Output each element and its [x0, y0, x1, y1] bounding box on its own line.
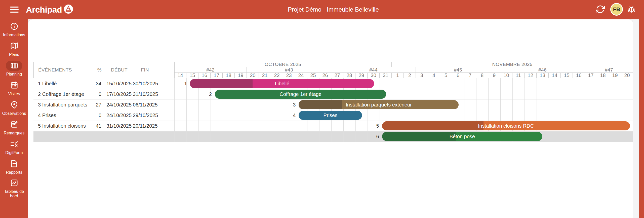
- sidebar-item-label: Observations: [2, 111, 26, 116]
- info-icon: [6, 21, 22, 31]
- table-row[interactable]: 4 Prises024/10/202529/10/2025: [33, 110, 161, 121]
- day-grid-line: [549, 78, 549, 142]
- event-pct: 34: [81, 78, 101, 89]
- event-end: 06/11/2025: [133, 99, 156, 110]
- row-separator: [33, 110, 633, 110]
- gantt-day-label: 18: [223, 73, 235, 78]
- row-separator: [33, 89, 633, 89]
- checklist-icon: [6, 139, 22, 149]
- gantt-day-label: 23: [283, 73, 295, 78]
- row-separator: [33, 99, 633, 100]
- gantt-day-label: 13: [537, 73, 549, 78]
- sidebar-item-planning[interactable]: Planning: [0, 59, 28, 78]
- sidebar-item-remarques[interactable]: Remarques: [0, 118, 28, 137]
- event-start: 17/10/2025: [106, 89, 132, 99]
- selected-row-band: [33, 131, 633, 142]
- sidebar-item-visites[interactable]: Visites: [0, 78, 28, 98]
- gantt-bar-number: 1: [177, 78, 187, 89]
- gantt-day-label: 27: [331, 73, 343, 78]
- gantt-bar-label: Installation cloisons RDC: [382, 121, 630, 130]
- right-red-strip: [639, 0, 644, 218]
- gantt-day-label: 22: [271, 73, 283, 78]
- event-name: 2 Coffrage 1er étage: [38, 89, 87, 99]
- scrollbar-gutter: [633, 19, 639, 218]
- avatar[interactable]: FB: [610, 3, 623, 16]
- gantt-bar[interactable]: Coffrage 1er étage: [215, 90, 386, 99]
- gantt-bar-label: Béton pose: [382, 132, 542, 141]
- gantt-day-label: 8: [476, 73, 488, 78]
- event-start: 24/10/2025: [106, 110, 132, 121]
- hamburger-menu-icon[interactable]: [10, 6, 19, 13]
- gantt-day-label: 3: [416, 73, 428, 78]
- sidebar-item-label: Rapports: [6, 170, 22, 175]
- gantt-week-label: #43: [247, 67, 331, 73]
- gantt-day-label: 2: [404, 73, 416, 78]
- sidebar-item-informations[interactable]: Informations: [0, 19, 28, 39]
- gantt-week-label: #42: [174, 67, 247, 73]
- col-header-pct: %: [82, 62, 102, 78]
- gantt-bar[interactable]: Béton pose: [382, 132, 542, 141]
- gantt-bar-label: Coffrage 1er étage: [215, 90, 386, 99]
- sidebar-item-label: Informations: [3, 33, 25, 37]
- event-end: 31/10/2025: [133, 89, 156, 99]
- row-separator: [33, 131, 633, 131]
- col-header-fin: FIN: [133, 62, 157, 78]
- day-grid-line: [174, 78, 175, 142]
- gantt-bar[interactable]: Installation cloisons RDC: [382, 121, 630, 130]
- gantt-day-label: 16: [198, 73, 211, 78]
- gantt-day-label: 14: [549, 73, 561, 78]
- gantt-week-label: #45: [416, 67, 500, 73]
- gantt-day-label: 28: [343, 73, 355, 78]
- table-row[interactable]: 5 Installation cloisons RDC4131/10/20252…: [33, 121, 161, 131]
- gantt-day-label: 17: [211, 73, 223, 78]
- table-row[interactable]: 3 Installation parquets ex...2724/10/202…: [33, 99, 161, 110]
- gantt-day-label: 31: [380, 73, 392, 78]
- sidebar-item-plans[interactable]: Plans: [0, 39, 28, 59]
- main-panel: ÉVÉNEMENTS%DÉBUTFIN1 Libellé3415/10/2025…: [28, 19, 633, 218]
- gantt-day-label: 19: [609, 73, 621, 78]
- event-pct: 0: [81, 89, 101, 99]
- note-icon: [6, 120, 22, 130]
- chart-icon: [6, 178, 22, 188]
- sidebar-item-label: Planning: [6, 72, 22, 77]
- gantt-day-label: 25: [307, 73, 319, 78]
- gantt-bar[interactable]: Prises: [299, 111, 362, 120]
- sidebar-item-tableau-de-bord[interactable]: Tableau de bord: [0, 176, 28, 200]
- gantt-bar-number: 2: [202, 89, 212, 99]
- col-header-evenements: ÉVÉNEMENTS: [38, 62, 72, 78]
- gantt-day-label: 6: [452, 73, 464, 78]
- table-row[interactable]: 1 Libellé3415/10/202530/10/2025: [33, 78, 161, 89]
- gantt-bar-label: Prises: [299, 111, 362, 120]
- sidebar-item-rapports[interactable]: Rapports: [0, 157, 28, 176]
- gantt-bar[interactable]: Libellé: [190, 79, 374, 88]
- col-header-debut: DÉBUT: [107, 62, 132, 78]
- gantt-bar[interactable]: Installation parquets extérieur: [299, 100, 459, 109]
- gantt-day-label: 15: [561, 73, 573, 78]
- event-end: 29/10/2025: [133, 110, 156, 121]
- gantt-day-label: 20: [621, 73, 633, 78]
- gantt-bar-number: 5: [369, 121, 379, 131]
- gantt-month-label: NOVEMBRE 2025: [392, 62, 633, 67]
- event-name: 1 Libellé: [38, 78, 87, 89]
- day-grid-line: [597, 78, 597, 142]
- sidebar-item-observations[interactable]: Observations: [0, 98, 28, 118]
- gantt-day-label: 5: [440, 73, 452, 78]
- gantt-day-label: 26: [319, 73, 331, 78]
- sidebar-item-digitform[interactable]: DigitForm: [0, 137, 28, 157]
- gantt-bar-number: 3: [286, 99, 296, 110]
- sidebar-item-label: Plans: [9, 52, 19, 57]
- gantt-bar-number: 4: [286, 110, 296, 121]
- gantt-week-label: #46: [500, 67, 585, 73]
- day-grid-line: [621, 78, 621, 142]
- gantt-bar-number: 6: [369, 131, 379, 142]
- archipad-logo: Archipad: [26, 4, 73, 15]
- gantt-day-label: 11: [512, 73, 525, 78]
- sync-icon[interactable]: [596, 5, 605, 14]
- bug-report-icon[interactable]: [627, 5, 636, 14]
- gantt-day-label: 17: [585, 73, 597, 78]
- sidebar: InformationsPlansPlanningVisitesObservat…: [0, 19, 28, 218]
- archipad-logo-mark-icon: [64, 5, 73, 15]
- gantt-day-label: 15: [186, 73, 198, 78]
- gantt-day-label: 16: [573, 73, 585, 78]
- table-row[interactable]: 2 Coffrage 1er étage017/10/202531/10/202…: [33, 89, 161, 99]
